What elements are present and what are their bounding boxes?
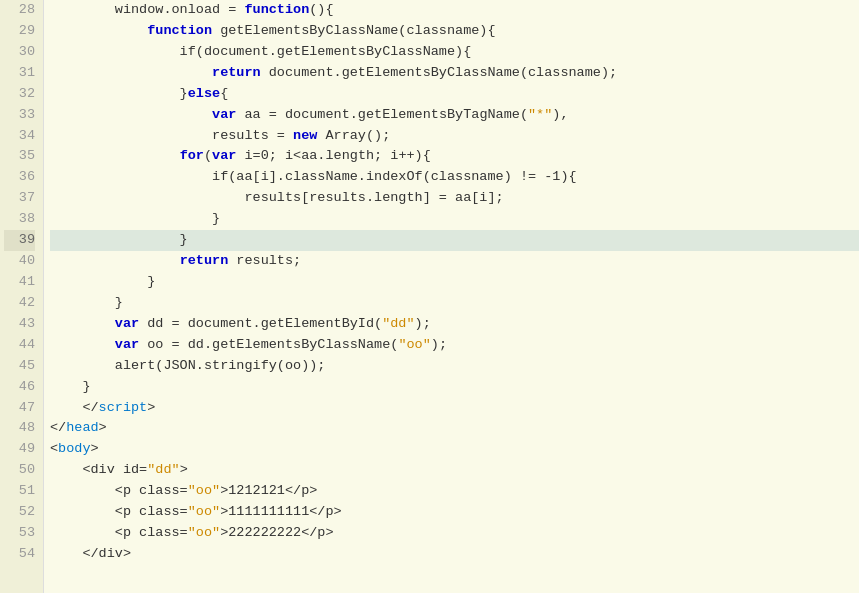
code-line: </head> — [50, 418, 859, 439]
code-line: results = new Array(); — [50, 126, 859, 147]
code-line: </div> — [50, 544, 859, 565]
line-number: 49 — [4, 439, 35, 460]
code-line: return document.getElementsByClassName(c… — [50, 63, 859, 84]
code-line: <p class="oo">1212121</p> — [50, 481, 859, 502]
code-line: </script> — [50, 398, 859, 419]
line-number: 28 — [4, 0, 35, 21]
code-line: var dd = document.getElementById("dd"); — [50, 314, 859, 335]
code-line: } — [50, 293, 859, 314]
code-line: } — [50, 209, 859, 230]
line-number: 34 — [4, 126, 35, 147]
line-number: 30 — [4, 42, 35, 63]
line-number: 36 — [4, 167, 35, 188]
line-number: 51 — [4, 481, 35, 502]
code-line: } — [50, 272, 859, 293]
code-line: alert(JSON.stringify(oo)); — [50, 356, 859, 377]
line-number: 40 — [4, 251, 35, 272]
code-line: <div id="dd"> — [50, 460, 859, 481]
code-line: } — [50, 230, 859, 251]
line-number: 44 — [4, 335, 35, 356]
line-number: 41 — [4, 272, 35, 293]
line-number: 29 — [4, 21, 35, 42]
line-number: 33 — [4, 105, 35, 126]
line-number: 53 — [4, 523, 35, 544]
line-number: 54 — [4, 544, 35, 565]
line-number: 32 — [4, 84, 35, 105]
code-line: function getElementsByClassName(classnam… — [50, 21, 859, 42]
code-line: var aa = document.getElementsByTagName("… — [50, 105, 859, 126]
code-line: <p class="oo">1111111111</p> — [50, 502, 859, 523]
line-number-gutter: 2829303132333435363738394041424344454647… — [0, 0, 44, 593]
line-number: 43 — [4, 314, 35, 335]
line-number: 35 — [4, 146, 35, 167]
code-line: if(document.getElementsByClassName){ — [50, 42, 859, 63]
line-number: 31 — [4, 63, 35, 84]
code-line: window.onload = function(){ — [50, 0, 859, 21]
line-number: 47 — [4, 398, 35, 419]
code-editor: 2829303132333435363738394041424344454647… — [0, 0, 859, 593]
code-line: var oo = dd.getElementsByClassName("oo")… — [50, 335, 859, 356]
code-line: <body> — [50, 439, 859, 460]
line-number: 46 — [4, 377, 35, 398]
line-number: 39 — [4, 230, 35, 251]
line-number: 50 — [4, 460, 35, 481]
line-number: 45 — [4, 356, 35, 377]
line-number: 38 — [4, 209, 35, 230]
code-line: }else{ — [50, 84, 859, 105]
line-number: 37 — [4, 188, 35, 209]
code-line: <p class="oo">222222222</p> — [50, 523, 859, 544]
code-line: } — [50, 377, 859, 398]
code-line: for(var i=0; i<aa.length; i++){ — [50, 146, 859, 167]
code-content: window.onload = function(){ function get… — [44, 0, 859, 593]
code-line: return results; — [50, 251, 859, 272]
code-line: if(aa[i].className.indexOf(classname) !=… — [50, 167, 859, 188]
line-number: 52 — [4, 502, 35, 523]
code-line: results[results.length] = aa[i]; — [50, 188, 859, 209]
line-number: 42 — [4, 293, 35, 314]
line-number: 48 — [4, 418, 35, 439]
